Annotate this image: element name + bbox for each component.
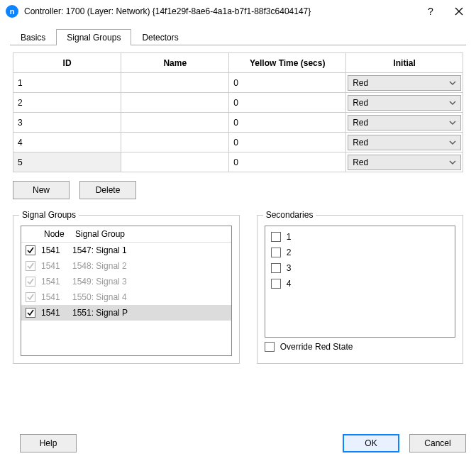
cell-initial[interactable]: Red bbox=[346, 133, 463, 152]
secondary-label: 1 bbox=[287, 232, 292, 242]
delete-button[interactable]: Delete bbox=[79, 181, 136, 199]
close-button[interactable] bbox=[445, 1, 473, 21]
chevron-down-icon bbox=[449, 139, 456, 146]
cell-yellow[interactable]: 0 bbox=[229, 73, 346, 93]
cell-name[interactable] bbox=[121, 113, 229, 133]
col-initial[interactable]: Initial bbox=[346, 53, 463, 73]
cell-id[interactable]: 4 bbox=[13, 133, 121, 152]
node-value: 1541 bbox=[41, 277, 67, 287]
signal-group-value: 1550: Signal 4 bbox=[72, 292, 127, 302]
table-row[interactable]: 50Red bbox=[13, 152, 463, 172]
cell-yellow[interactable]: 0 bbox=[229, 133, 346, 152]
cell-id[interactable]: 1 bbox=[13, 73, 121, 93]
col-id[interactable]: ID bbox=[13, 53, 121, 73]
col-yellow[interactable]: Yellow Time (secs) bbox=[229, 53, 346, 73]
chevron-down-icon bbox=[449, 79, 456, 87]
app-icon: n bbox=[6, 5, 18, 18]
tab-signal-groups[interactable]: Signal Groups bbox=[56, 29, 131, 45]
col-name[interactable]: Name bbox=[121, 53, 229, 73]
initial-value: Red bbox=[353, 118, 368, 128]
cell-name[interactable] bbox=[121, 93, 229, 113]
cell-yellow[interactable]: 0 bbox=[229, 93, 346, 113]
cell-id[interactable]: 5 bbox=[13, 152, 121, 172]
list-item[interactable]: 3 bbox=[271, 260, 449, 276]
cell-initial[interactable]: Red bbox=[346, 113, 463, 133]
initial-dropdown[interactable]: Red bbox=[348, 75, 461, 91]
checkbox[interactable] bbox=[271, 232, 281, 242]
checkbox[interactable] bbox=[26, 308, 35, 318]
list-item: 15411549: Signal 3 bbox=[21, 274, 231, 289]
titlebar: n Controller: 1700 (Layer: Network) {14f… bbox=[0, 0, 476, 23]
list-item[interactable]: 4 bbox=[271, 276, 449, 291]
col-signal-group: Signal Group bbox=[75, 229, 227, 239]
checkbox bbox=[26, 261, 35, 271]
cancel-button[interactable]: Cancel bbox=[409, 434, 466, 452]
new-button[interactable]: New bbox=[13, 181, 70, 199]
checkbox bbox=[26, 292, 35, 302]
dialog-footer: Help OK Cancel bbox=[10, 434, 466, 452]
table-row[interactable]: 30Red bbox=[13, 113, 463, 133]
checkbox[interactable] bbox=[271, 279, 281, 289]
list-item[interactable]: 1 bbox=[271, 229, 449, 245]
dialog-content: Basics Signal Groups Detectors ID Name Y… bbox=[0, 23, 476, 372]
checkbox[interactable] bbox=[271, 263, 281, 273]
cell-yellow[interactable]: 0 bbox=[229, 113, 346, 133]
initial-value: Red bbox=[353, 98, 368, 108]
initial-dropdown[interactable]: Red bbox=[348, 155, 461, 170]
secondaries-legend: Secondaries bbox=[263, 210, 316, 220]
table-row[interactable]: 20Red bbox=[13, 93, 463, 113]
signal-groups-groupbox: Signal Groups Node Signal Group 15411547… bbox=[13, 215, 240, 364]
secondaries-groupbox: Secondaries 1234 Override Red State bbox=[257, 215, 463, 364]
initial-dropdown[interactable]: Red bbox=[348, 135, 461, 150]
cell-initial[interactable]: Red bbox=[346, 152, 463, 172]
col-node: Node bbox=[44, 229, 70, 239]
ok-button[interactable]: OK bbox=[343, 434, 399, 452]
initial-value: Red bbox=[353, 138, 368, 148]
cell-yellow[interactable]: 0 bbox=[229, 152, 346, 172]
secondaries-list[interactable]: 1234 bbox=[265, 226, 455, 338]
checkbox[interactable] bbox=[26, 245, 35, 255]
cell-initial[interactable]: Red bbox=[346, 93, 463, 113]
groupboxes: Signal Groups Node Signal Group 15411547… bbox=[13, 215, 463, 364]
cell-initial[interactable]: Red bbox=[346, 73, 463, 93]
cell-id[interactable]: 2 bbox=[13, 93, 121, 113]
help-footer-button[interactable]: Help bbox=[20, 434, 77, 452]
list-item[interactable]: 15411551: Signal P bbox=[21, 305, 231, 321]
signal-group-value: 1548: Signal 2 bbox=[72, 261, 127, 271]
initial-dropdown[interactable]: Red bbox=[348, 115, 461, 130]
checkbox[interactable] bbox=[271, 248, 281, 257]
initial-value: Red bbox=[353, 157, 368, 167]
signal-groups-table[interactable]: ID Name Yellow Time (secs) Initial 10Red… bbox=[13, 52, 463, 172]
close-icon bbox=[455, 7, 463, 16]
override-checkbox[interactable] bbox=[265, 342, 275, 352]
tab-bar: Basics Signal Groups Detectors bbox=[10, 28, 466, 45]
secondary-label: 2 bbox=[287, 248, 292, 257]
tab-basics[interactable]: Basics bbox=[10, 29, 56, 45]
signal-groups-list[interactable]: Node Signal Group 15411547: Signal 11541… bbox=[21, 226, 232, 356]
chevron-down-icon bbox=[449, 159, 456, 166]
chevron-down-icon bbox=[449, 119, 456, 126]
signal-groups-list-headers: Node Signal Group bbox=[21, 226, 231, 243]
secondary-label: 4 bbox=[287, 279, 292, 289]
node-value: 1541 bbox=[41, 261, 67, 271]
node-value: 1541 bbox=[41, 292, 67, 302]
list-item[interactable]: 15411547: Signal 1 bbox=[21, 243, 231, 258]
cell-id[interactable]: 3 bbox=[13, 113, 121, 133]
tab-detectors[interactable]: Detectors bbox=[131, 29, 189, 45]
table-row[interactable]: 10Red bbox=[13, 73, 463, 93]
list-item: 15411548: Signal 2 bbox=[21, 258, 231, 274]
override-row: Override Red State bbox=[265, 342, 455, 352]
help-button[interactable]: ? bbox=[416, 1, 445, 21]
cell-name[interactable] bbox=[121, 133, 229, 152]
initial-dropdown[interactable]: Red bbox=[348, 95, 461, 111]
cell-name[interactable] bbox=[121, 73, 229, 93]
tab-panel: ID Name Yellow Time (secs) Initial 10Red… bbox=[10, 45, 466, 364]
list-item[interactable]: 2 bbox=[271, 245, 449, 260]
cell-name[interactable] bbox=[121, 152, 229, 172]
node-value: 1541 bbox=[41, 308, 67, 318]
window-title: Controller: 1700 (Layer: Network) {14f1e… bbox=[24, 6, 416, 16]
signal-group-value: 1549: Signal 3 bbox=[72, 277, 127, 287]
grid-button-row: New Delete bbox=[13, 181, 463, 199]
table-row[interactable]: 40Red bbox=[13, 133, 463, 152]
node-value: 1541 bbox=[41, 245, 67, 255]
